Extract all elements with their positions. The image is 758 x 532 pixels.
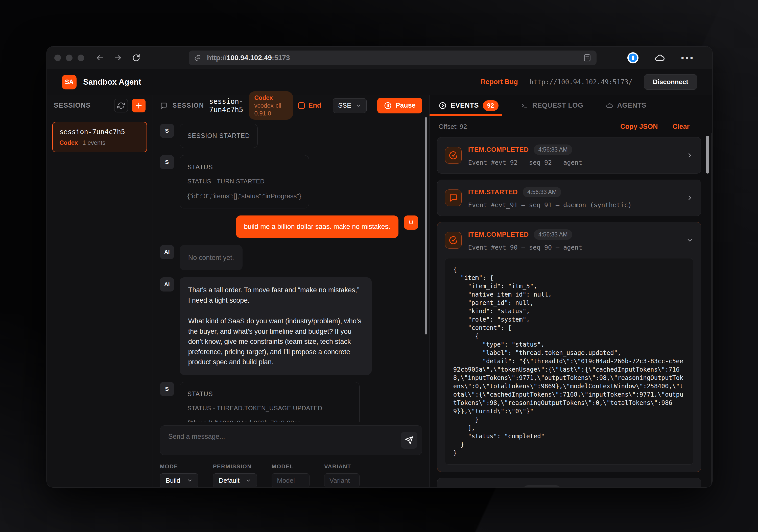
system-avatar: S [160,155,174,169]
play-circle-icon [439,102,447,110]
browser-menu-icon[interactable]: ••• [681,56,695,59]
chat-scrollbar[interactable] [425,117,427,334]
message-bubble: That’s a tall order. To move fast and “m… [180,277,372,375]
events-list[interactable]: ITEM.COMPLETED 4:56:33 AM Event #evt_92 … [430,133,712,487]
reload-button[interactable] [132,53,141,62]
user-avatar: U [404,216,418,230]
agent-version-badge: Codex vcodex-cli 0.91.0 [249,91,293,120]
end-label: End [308,102,321,109]
events-panel: EVENTS 92 REQUEST LOG AGENTS Offset: 92 [430,95,712,487]
events-count-badge: 92 [483,100,499,111]
events-toolbar: Offset: 92 Copy JSON Clear [430,116,712,133]
event-timestamp: 4:56:33 AM [534,145,572,155]
chevron-down-icon [246,478,251,483]
message-bubble: build me a billion dollar saas. make no … [236,216,398,238]
message-bubble-icon [445,189,462,206]
address-bar[interactable]: http://100.94.102.49:5173 [189,50,597,65]
tab-events[interactable]: EVENTS 92 [439,95,499,116]
event-subtitle: Event #evt_91 — seq 91 — daemon (synthet… [468,201,681,209]
mode-label: MODE [160,463,198,470]
send-button[interactable] [401,432,417,449]
send-icon [405,436,413,445]
password-manager-icon[interactable] [627,52,638,63]
event-subtitle: Event #evt_90 — seq 90 — agent [468,244,681,251]
cloud-icon [606,102,613,109]
app-logo: SA [62,75,77,89]
session-name: session-7un4c7h5 [59,128,140,136]
assistant-avatar: AI [160,245,174,259]
mode-select[interactable]: Build [160,473,198,487]
session-agent-label: Codex [59,139,78,146]
back-button[interactable] [95,53,104,62]
event-card[interactable]: ITEM.STARTED 4:56:33 AM Event #evt_91 — … [437,180,701,216]
check-circle-icon [445,147,462,164]
clear-events-button[interactable]: Clear [672,123,690,131]
transport-select[interactable]: SSE [333,98,366,113]
url-host: 100.94.102.49 [227,54,272,62]
refresh-sessions-button[interactable] [114,99,128,113]
page-settings-icon[interactable] [583,53,592,62]
session-header-name: session-7un4c7h5 [209,97,244,114]
chevron-right-icon[interactable] [686,152,693,159]
disconnect-button[interactable]: Disconnect [644,74,697,90]
event-title: ITEM.STARTED [468,188,518,196]
server-url: http://100.94.102.49:5173/ [530,78,633,86]
session-icon [160,102,167,109]
chevron-down-icon[interactable] [686,237,693,244]
cloud-sync-icon[interactable] [654,52,665,63]
event-card[interactable]: ITEM.STARTED 4:56:33 AM Event #evt_89 — … [437,478,701,487]
url-port: :5173 [272,54,290,62]
chevron-down-icon [356,103,361,108]
sessions-sidebar: SESSIONS session-7un4c7h5 Codex 1 events [47,95,153,487]
tab-request-log[interactable]: REQUEST LOG [521,95,583,116]
assistant-avatar: AI [160,277,174,291]
session-panel: SESSION session-7un4c7h5 Codex vcodex-cl… [153,95,430,487]
chevron-down-icon [187,478,192,483]
events-scrollbar[interactable] [706,136,709,174]
session-options: MODE Build PERMISSION Default [153,459,429,487]
pause-icon [384,102,392,110]
event-card[interactable]: ITEM.COMPLETED 4:56:33 AM Event #evt_92 … [437,137,701,174]
app-header: SA Sandbox Agent Report Bug http://100.9… [47,69,712,95]
new-session-button[interactable] [132,99,146,113]
end-checkbox[interactable] [298,102,305,109]
event-title: ITEM.COMPLETED [468,146,529,153]
permission-select[interactable]: Default [213,473,257,487]
event-json-payload: { "item": { "item_id": "itm_5", "native_… [445,258,693,465]
system-message: S SESSION STARTED [160,124,418,148]
session-list-item[interactable]: session-7un4c7h5 Codex 1 events [52,122,147,152]
event-subtitle: Event #evt_92 — seq 92 — agent [468,159,681,166]
minimize-window-button[interactable] [66,54,73,61]
pause-button[interactable]: Pause [377,98,422,114]
variant-label: VARIANT [324,463,360,470]
session-events-count: 1 events [82,139,105,146]
system-message: S STATUS STATUS - THREAD.TOKEN_USAGE.UPD… [160,382,418,422]
message-bubble: STATUS STATUS - TURN.STARTED {"id":"0","… [180,155,309,209]
message-input[interactable] [160,426,422,455]
close-window-button[interactable] [54,54,61,61]
message-bubble: STATUS STATUS - THREAD.TOKEN_USAGE.UPDAT… [180,382,360,422]
zoom-window-button[interactable] [78,54,84,61]
sessions-heading: SESSIONS [54,102,114,109]
event-timestamp: 4:56:33 AM [534,229,572,240]
offset-indicator: Offset: 92 [439,123,467,131]
forward-button[interactable] [114,53,122,62]
site-link-icon [194,54,201,62]
copy-json-button[interactable]: Copy JSON [620,123,658,131]
assistant-message: AI That’s a tall order. To move fast and… [160,277,418,375]
event-timestamp: 4:56:33 AM [523,485,561,487]
desktop-background: http://100.94.102.49:5173 ••• SA Sandbox… [0,0,758,532]
assistant-message: AI No content yet. [160,245,418,271]
variant-input[interactable] [324,473,360,487]
end-session-toggle[interactable]: End [298,102,321,109]
chat-transcript[interactable]: S SESSION STARTED S STATUS STATUS - TURN… [153,116,429,422]
browser-window: http://100.94.102.49:5173 ••• SA Sandbox… [47,46,712,487]
window-controls [54,54,84,61]
model-input[interactable] [272,473,310,487]
tab-agents[interactable]: AGENTS [606,95,646,116]
report-bug-link[interactable]: Report Bug [481,78,518,86]
composer [153,422,429,459]
event-card-expanded[interactable]: ITEM.COMPLETED 4:56:33 AM Event #evt_90 … [437,222,701,472]
chevron-right-icon[interactable] [686,194,693,201]
message-bubble: No content yet. [180,245,243,271]
